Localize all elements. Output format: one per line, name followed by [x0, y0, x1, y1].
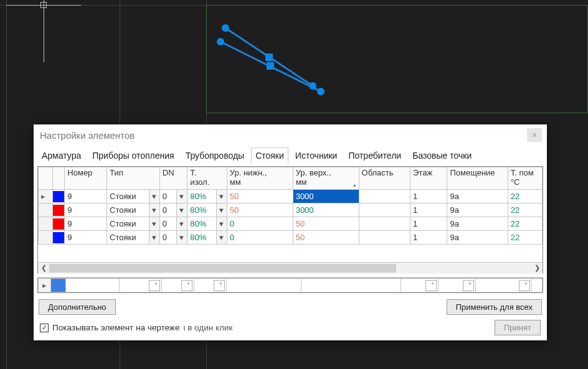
- col-tpom[interactable]: Т. пом °C: [508, 167, 542, 190]
- cell-dn[interactable]: 0: [159, 231, 177, 245]
- cell-room[interactable]: 9a: [447, 190, 508, 203]
- close-button[interactable]: ×: [527, 128, 542, 142]
- dn-dropdown-icon[interactable]: ▾: [177, 190, 187, 203]
- chevron-down-icon[interactable]: [149, 280, 160, 291]
- cell-type[interactable]: Стояки: [107, 190, 149, 203]
- cell-tisol[interactable]: 80%: [187, 203, 217, 217]
- cell-lvl-bottom[interactable]: 0: [227, 217, 293, 231]
- col-lvl-bottom[interactable]: Ур. нижн., мм: [227, 167, 293, 190]
- cell-room[interactable]: 9a: [447, 231, 508, 245]
- cell-number[interactable]: 9: [65, 190, 107, 203]
- accept-button[interactable]: Принят: [495, 320, 541, 335]
- cell-type[interactable]: Стояки: [107, 217, 149, 231]
- cell-area[interactable]: [359, 217, 410, 231]
- table-row[interactable]: 9Стояки▾0▾80%▾05019a22: [39, 231, 543, 245]
- chevron-down-icon[interactable]: [519, 280, 530, 291]
- filter-tisol[interactable]: [194, 279, 227, 292]
- cell-lvl-top[interactable]: 3000: [293, 190, 359, 203]
- col-number[interactable]: Номер: [65, 167, 107, 190]
- filter-type[interactable]: [120, 279, 162, 292]
- cell-area[interactable]: [359, 203, 410, 217]
- cell-tpom[interactable]: 22: [508, 190, 542, 203]
- tisol-dropdown-icon[interactable]: ▾: [216, 217, 227, 231]
- dn-dropdown-icon[interactable]: ▾: [177, 217, 187, 231]
- filter-number[interactable]: [66, 279, 120, 292]
- cell-tpom[interactable]: 22: [508, 217, 542, 231]
- cell-area[interactable]: [359, 190, 410, 203]
- tab-6[interactable]: Базовые точки: [408, 147, 476, 164]
- dn-dropdown-icon[interactable]: ▾: [177, 203, 187, 217]
- tab-3[interactable]: Стояки: [251, 147, 288, 164]
- cell-lvl-bottom[interactable]: 50: [227, 203, 293, 217]
- cell-floor[interactable]: 1: [410, 203, 447, 217]
- show-on-drawing-checkbox[interactable]: ✓: [40, 324, 49, 332]
- cell-lvl-top[interactable]: 50: [293, 217, 359, 231]
- dn-dropdown-icon[interactable]: ▾: [177, 231, 187, 245]
- filter-room[interactable]: [476, 279, 532, 292]
- cell-type[interactable]: Стояки: [107, 231, 149, 245]
- col-lvl-top[interactable]: Ур. верх., мм▴: [293, 167, 359, 190]
- cell-number[interactable]: 9: [65, 231, 107, 245]
- type-dropdown-icon[interactable]: ▾: [149, 231, 159, 245]
- filter-tpom[interactable]: [532, 279, 543, 292]
- color-swatch[interactable]: [53, 231, 65, 245]
- type-dropdown-icon[interactable]: ▾: [149, 190, 159, 203]
- tab-4[interactable]: Источники: [291, 147, 342, 164]
- horizontal-scrollbar[interactable]: ❮ ❯: [38, 262, 543, 273]
- col-dn[interactable]: DN: [159, 167, 187, 190]
- tab-1[interactable]: Приборы отопления: [88, 147, 178, 164]
- tab-5[interactable]: Потребители: [344, 147, 405, 164]
- col-area[interactable]: Область: [359, 167, 410, 190]
- cell-area[interactable]: [359, 231, 410, 245]
- cell-tisol[interactable]: 80%: [187, 217, 217, 231]
- filter-dn[interactable]: [162, 279, 194, 292]
- tab-2[interactable]: Трубопроводы: [181, 147, 249, 164]
- cell-tpom[interactable]: 22: [508, 203, 542, 217]
- filter-lvlb[interactable]: [227, 279, 301, 292]
- cell-number[interactable]: 9: [65, 203, 107, 217]
- table-row[interactable]: 9Стояки▾0▾80%▾50300019a22: [39, 203, 543, 217]
- col-tisol[interactable]: Т. изол.: [187, 167, 227, 190]
- cell-type[interactable]: Стояки: [107, 203, 149, 217]
- cell-dn[interactable]: 0: [159, 217, 177, 231]
- chevron-down-icon[interactable]: [214, 280, 225, 291]
- extra-button[interactable]: Дополнительно: [39, 299, 116, 315]
- tab-0[interactable]: Арматура: [37, 147, 85, 164]
- table-row[interactable]: ▸9Стояки▾0▾80%▾50300019a22: [39, 190, 543, 203]
- scroll-left-icon[interactable]: ❮: [38, 263, 49, 274]
- cell-dn[interactable]: 0: [159, 190, 177, 203]
- filter-lvlt[interactable]: [301, 279, 401, 292]
- cell-floor[interactable]: 1: [410, 190, 447, 203]
- cell-room[interactable]: 9a: [447, 217, 508, 231]
- cell-lvl-top[interactable]: 3000: [293, 203, 359, 217]
- table-row[interactable]: 9Стояки▾0▾80%▾05019a22: [39, 217, 543, 231]
- chevron-down-icon[interactable]: [181, 280, 192, 291]
- cell-dn[interactable]: 0: [159, 203, 177, 217]
- chevron-down-icon[interactable]: [463, 280, 474, 291]
- color-swatch[interactable]: [53, 203, 65, 217]
- col-room[interactable]: Помещение: [447, 167, 508, 190]
- type-dropdown-icon[interactable]: ▾: [149, 203, 159, 217]
- cell-lvl-bottom[interactable]: 50: [227, 190, 293, 203]
- filter-floor[interactable]: [439, 279, 476, 292]
- apply-all-button[interactable]: Применить для всех: [447, 299, 542, 315]
- cell-floor[interactable]: 1: [410, 217, 447, 231]
- cell-tpom[interactable]: 22: [508, 231, 542, 245]
- cell-floor[interactable]: 1: [410, 231, 447, 245]
- filter-area[interactable]: [401, 279, 439, 292]
- cell-room[interactable]: 9a: [447, 203, 508, 217]
- tisol-dropdown-icon[interactable]: ▾: [216, 190, 227, 203]
- cell-lvl-bottom[interactable]: 0: [227, 231, 293, 245]
- scroll-thumb[interactable]: [49, 264, 396, 273]
- color-swatch[interactable]: [53, 217, 65, 231]
- col-floor[interactable]: Этаж: [410, 167, 447, 190]
- tisol-dropdown-icon[interactable]: ▾: [216, 231, 227, 245]
- cell-number[interactable]: 9: [65, 217, 107, 231]
- color-swatch[interactable]: [53, 190, 65, 203]
- scroll-right-icon[interactable]: ❯: [531, 263, 543, 274]
- cad-selection-lines[interactable]: [206, 5, 455, 113]
- chevron-down-icon[interactable]: [425, 280, 437, 291]
- type-dropdown-icon[interactable]: ▾: [149, 217, 159, 231]
- tisol-dropdown-icon[interactable]: ▾: [216, 203, 227, 217]
- cell-tisol[interactable]: 80%: [187, 190, 217, 203]
